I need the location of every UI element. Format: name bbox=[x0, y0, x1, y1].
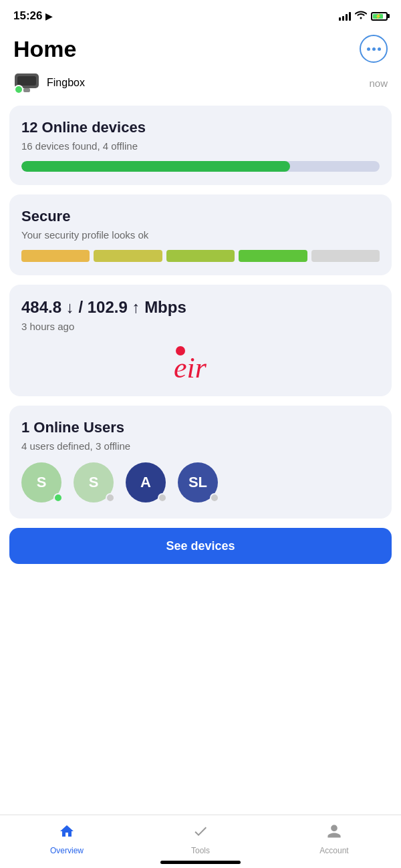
nav-account[interactable]: Account bbox=[267, 815, 401, 857]
avatar-status-4 bbox=[210, 493, 219, 502]
bottom-nav: Overview Tools Account bbox=[0, 815, 401, 868]
svg-rect-2 bbox=[23, 88, 30, 92]
isp-logo: eir bbox=[21, 343, 380, 383]
header: Home bbox=[0, 29, 401, 63]
see-devices-button[interactable]: See devices bbox=[9, 528, 392, 564]
security-card[interactable]: Secure Your security profile looks ok bbox=[9, 194, 392, 275]
fingbox-info: Fingbox bbox=[13, 69, 85, 96]
fingbox-icon bbox=[13, 69, 40, 96]
devices-detail: 16 devices found, 4 offline bbox=[21, 140, 380, 152]
nav-tools[interactable]: Tools bbox=[134, 815, 267, 857]
security-block-2 bbox=[94, 250, 162, 262]
home-indicator bbox=[160, 861, 241, 864]
speed-card[interactable]: 484.8 ↓ / 102.9 ↑ Mbps 3 hours ago eir bbox=[9, 285, 392, 396]
security-block-3 bbox=[166, 250, 235, 262]
user-avatars-list: S S A SL bbox=[21, 462, 380, 505]
security-blocks bbox=[21, 250, 380, 262]
status-time: 15:26 ▶ bbox=[13, 9, 52, 23]
nav-tools-label: Tools bbox=[191, 846, 210, 855]
user-avatar-2: S bbox=[74, 462, 116, 505]
avatar-status-2 bbox=[106, 493, 115, 502]
more-icon bbox=[367, 47, 381, 51]
tools-icon bbox=[192, 823, 209, 843]
more-button[interactable] bbox=[360, 35, 388, 63]
avatar-status-1 bbox=[53, 493, 63, 502]
svg-rect-1 bbox=[17, 76, 36, 86]
status-bar: 15:26 ▶ ⚡ bbox=[0, 0, 401, 29]
location-icon: ▶ bbox=[45, 11, 52, 21]
nav-overview[interactable]: Overview bbox=[0, 815, 134, 857]
security-block-4 bbox=[239, 250, 307, 262]
users-card[interactable]: 1 Online Users 4 users defined, 3 offlin… bbox=[9, 406, 392, 519]
security-block-5 bbox=[311, 250, 380, 262]
home-icon bbox=[59, 823, 75, 843]
svg-point-3 bbox=[15, 86, 23, 94]
nav-overview-label: Overview bbox=[50, 846, 84, 855]
battery-icon: ⚡ bbox=[371, 12, 388, 21]
devices-count: 12 Online devices bbox=[21, 119, 380, 136]
devices-progress-fill bbox=[21, 161, 290, 172]
fingbox-timestamp: now bbox=[369, 78, 388, 89]
devices-progress-bar bbox=[21, 161, 380, 172]
signal-icon bbox=[339, 11, 351, 21]
devices-card[interactable]: 12 Online devices 16 devices found, 4 of… bbox=[9, 106, 392, 185]
speed-timestamp: 3 hours ago bbox=[21, 321, 380, 332]
users-count: 1 Online Users bbox=[21, 419, 380, 436]
security-subtitle: Your security profile looks ok bbox=[21, 229, 380, 241]
user-avatar-1: S bbox=[21, 462, 64, 505]
page-title: Home bbox=[13, 36, 76, 62]
status-icons: ⚡ bbox=[339, 10, 388, 22]
wifi-icon bbox=[355, 10, 367, 22]
time-display: 15:26 bbox=[13, 9, 42, 23]
nav-account-label: Account bbox=[319, 846, 348, 855]
users-detail: 4 users defined, 3 offline bbox=[21, 440, 380, 452]
fingbox-row: Fingbox now bbox=[0, 63, 401, 106]
security-title: Secure bbox=[21, 208, 380, 225]
avatar-status-3 bbox=[158, 493, 167, 502]
user-avatar-4: SL bbox=[178, 462, 221, 505]
fingbox-name: Fingbox bbox=[47, 77, 85, 89]
security-block-1 bbox=[21, 250, 90, 262]
svg-text:eir: eir bbox=[174, 351, 207, 383]
speed-value: 484.8 ↓ / 102.9 ↑ Mbps bbox=[21, 298, 380, 317]
account-icon bbox=[326, 823, 342, 843]
see-devices-label: See devices bbox=[166, 539, 235, 553]
user-avatar-3: A bbox=[126, 462, 168, 505]
